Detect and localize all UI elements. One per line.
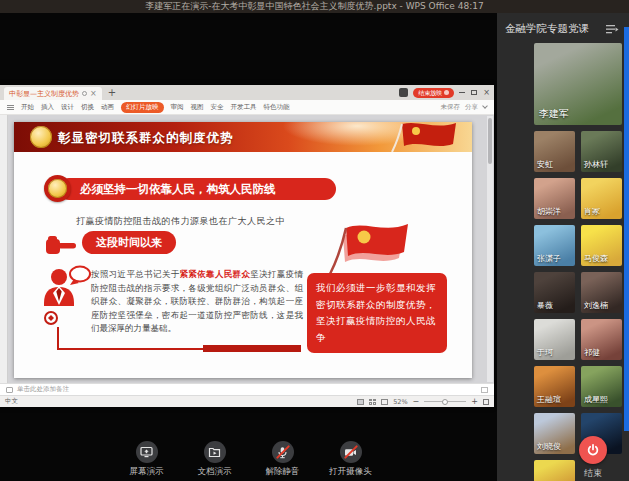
participant-name: 孙林轩 bbox=[584, 159, 608, 170]
participant-tile[interactable]: 张潇子 bbox=[534, 225, 575, 266]
presenter-title-bar: 李建军正在演示-在大考中彰显中国特色社会主义制度优势.pptx - WPS Of… bbox=[0, 0, 629, 13]
wps-menu-item[interactable]: 开始 bbox=[21, 103, 34, 112]
notes-placeholder[interactable]: 单击此处添加备注 bbox=[17, 385, 69, 394]
notes-expand-icon[interactable] bbox=[481, 387, 488, 393]
document-share-button[interactable]: 文档演示 bbox=[189, 441, 241, 478]
desktop-edge-strip bbox=[624, 27, 629, 431]
participant-name: 刘逸楠 bbox=[584, 300, 608, 311]
tool-label: 解除静音 bbox=[266, 466, 300, 478]
wps-document-tab[interactable]: 中彰显—主义制度优势 × bbox=[4, 87, 102, 100]
file-menu-icon[interactable] bbox=[7, 105, 14, 110]
participant-tile[interactable]: 马俊森 bbox=[581, 225, 622, 266]
participant-name: 安虹 bbox=[537, 159, 553, 170]
wps-menu-item[interactable]: 特色功能 bbox=[264, 103, 290, 112]
presenter-dot-icon bbox=[444, 90, 449, 95]
wps-notes-bar[interactable]: 单击此处添加备注 bbox=[0, 383, 494, 395]
participant-tile[interactable]: 胡崇洋 bbox=[534, 178, 575, 219]
monitor-icon bbox=[140, 446, 153, 459]
participant-tile[interactable]: 成星熙 bbox=[581, 366, 622, 407]
participant-name: 成星熙 bbox=[584, 394, 608, 405]
slide-subline: 打赢疫情防控阻击战的伟力源泉也在广大人民之中 bbox=[76, 215, 285, 228]
zoom-in-button[interactable]: + bbox=[471, 398, 478, 406]
wps-tab-title: 中彰显—主义制度优势 bbox=[9, 89, 79, 99]
participant-name: 张潇子 bbox=[537, 253, 561, 264]
participant-tile[interactable]: 刘逸楠 bbox=[581, 272, 622, 313]
participant-tile[interactable]: 于珂 bbox=[534, 319, 575, 360]
participant-tile[interactable]: 祁健 bbox=[581, 319, 622, 360]
wps-status-bar: 中文 52% − + bbox=[0, 395, 494, 407]
slide-sorter-view-icon[interactable] bbox=[369, 399, 376, 405]
party-emblem-icon bbox=[30, 126, 52, 148]
tab-close-icon[interactable]: × bbox=[90, 90, 97, 98]
body-prefix: 按照习近平总书记关于 bbox=[91, 269, 179, 279]
wps-menu-item[interactable]: 开发工具 bbox=[231, 103, 257, 112]
document-scrollbar[interactable] bbox=[487, 116, 493, 382]
power-icon bbox=[586, 443, 600, 457]
tool-label: 文档演示 bbox=[198, 466, 232, 478]
wps-menu-item[interactable]: 视图 bbox=[191, 103, 204, 112]
meeting-app-window: 李建军正在演示-在大考中彰显中国特色社会主义制度优势.pptx - WPS Of… bbox=[0, 0, 629, 481]
participant-tile[interactable]: 安虹 bbox=[534, 131, 575, 172]
new-tab-button[interactable]: + bbox=[108, 87, 116, 98]
scrollbar-thumb[interactable] bbox=[488, 118, 492, 164]
presentation-slide: 彰显密切联系群众的制度优势 必须坚持一切依靠人民，构筑人民防线 打赢疫情防控阻击… bbox=[14, 122, 472, 378]
participant-tile[interactable]: 李建军 bbox=[534, 43, 622, 125]
sidebar-header: 金融学院专题党课 bbox=[505, 22, 619, 36]
zoom-slider-knob[interactable] bbox=[442, 399, 448, 405]
meeting-title: 金融学院专题党课 bbox=[505, 22, 589, 36]
wps-menu-item[interactable]: 审阅 bbox=[171, 103, 184, 112]
account-avatar[interactable] bbox=[399, 88, 408, 97]
participant-name: 暴薇 bbox=[537, 300, 553, 311]
close-icon[interactable]: × bbox=[483, 89, 490, 97]
banner-flag-icon bbox=[344, 122, 464, 152]
participant-list: 李建军安虹孙林轩胡崇洋肖冢张潇子马俊森暴薇刘逸楠于珂祁健王融瑄成星熙刘晓俊陈绍 bbox=[534, 43, 622, 481]
pointing-hand-icon bbox=[45, 234, 77, 258]
participant-name: 马俊森 bbox=[584, 253, 608, 264]
participant-name: 于珂 bbox=[537, 347, 553, 358]
camera-on-button[interactable]: 打开摄像头 bbox=[325, 441, 377, 478]
fullscreen-icon[interactable] bbox=[483, 399, 489, 405]
participant-tile[interactable]: 肖冢 bbox=[581, 178, 622, 219]
reading-view-icon[interactable] bbox=[381, 399, 388, 405]
slide-banner-title: 彰显密切联系群众的制度优势 bbox=[58, 130, 234, 147]
chevron-down-icon[interactable] bbox=[482, 103, 488, 109]
tab-sync-icon bbox=[82, 91, 87, 96]
share-button[interactable]: 分享 bbox=[465, 103, 478, 112]
party-flag-icon bbox=[322, 220, 410, 276]
minimize-icon[interactable] bbox=[459, 92, 465, 93]
speaker-figure-icon bbox=[42, 265, 92, 329]
restore-icon[interactable] bbox=[471, 90, 477, 95]
screen-share-button[interactable]: 屏幕演示 bbox=[121, 441, 173, 478]
connector-bar bbox=[203, 345, 301, 352]
connector-line bbox=[57, 348, 207, 350]
wps-office-window: 中彰显—主义制度优势 × + 结束放映 × bbox=[0, 85, 494, 407]
zoom-out-button[interactable]: − bbox=[413, 398, 420, 406]
slide-body-text: 按照习近平总书记关于紧紧依靠人民群众坚决打赢疫情防控阻击战的指示要求，各级党组织… bbox=[91, 268, 303, 336]
end-meeting-button[interactable] bbox=[579, 436, 607, 464]
normal-view-icon[interactable] bbox=[357, 399, 364, 405]
participant-tile[interactable]: 刘晓俊 bbox=[534, 413, 575, 454]
zoom-slider[interactable] bbox=[424, 401, 466, 402]
shared-screen-area: 中彰显—主义制度优势 × + 结束放映 × bbox=[0, 13, 497, 481]
wps-document-area: 彰显密切联系群众的制度优势 必须坚持一切依靠人民，构筑人民防线 打赢疫情防控阻击… bbox=[0, 115, 494, 383]
wps-menu-item[interactable]: 幻灯片放映 bbox=[121, 102, 164, 113]
tool-label: 屏幕演示 bbox=[130, 466, 164, 478]
meeting-toolbar: 屏幕演示 文档演示 bbox=[0, 441, 497, 478]
wps-menu-item[interactable]: 动画 bbox=[101, 103, 114, 112]
wps-menu-item[interactable]: 安全 bbox=[211, 103, 224, 112]
unmute-button[interactable]: 解除静音 bbox=[257, 441, 309, 478]
participant-list-toggle-icon[interactable] bbox=[606, 25, 619, 34]
wps-menu-item[interactable]: 插入 bbox=[41, 103, 54, 112]
end-show-badge[interactable]: 结束放映 bbox=[413, 88, 454, 98]
wps-menu-item[interactable]: 设计 bbox=[61, 103, 74, 112]
zoom-level[interactable]: 52% bbox=[393, 398, 407, 406]
participant-tile[interactable]: 孙林轩 bbox=[581, 131, 622, 172]
wps-menu-item[interactable]: 切换 bbox=[81, 103, 94, 112]
participant-tile[interactable] bbox=[534, 460, 575, 481]
wps-menu-bar: 开始插入设计切换动画幻灯片放映审阅视图安全开发工具特色功能 未保存 分享 bbox=[0, 100, 494, 115]
slide-panel-collapsed[interactable] bbox=[0, 115, 8, 383]
document-icon bbox=[208, 446, 221, 459]
participant-tile[interactable]: 王融瑄 bbox=[534, 366, 575, 407]
participant-tile[interactable]: 暴薇 bbox=[534, 272, 575, 313]
end-meeting-label: 结束 bbox=[575, 467, 611, 480]
